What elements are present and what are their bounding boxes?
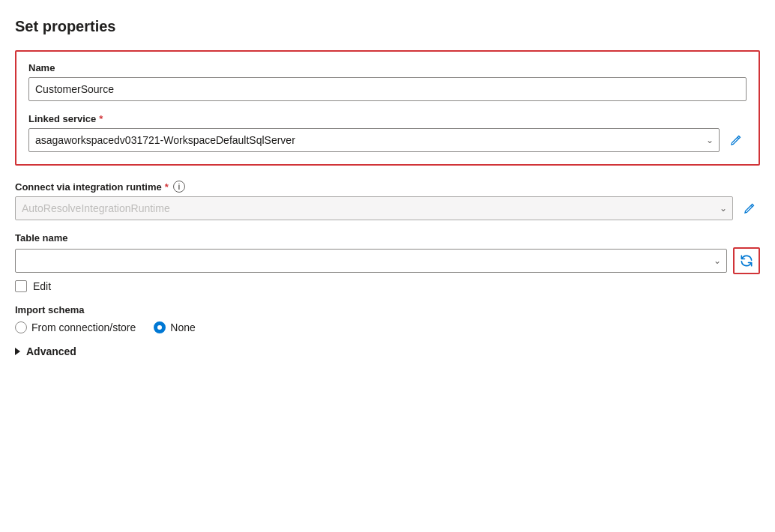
advanced-section[interactable]: Advanced (15, 345, 760, 357)
integration-runtime-required-star: * (165, 181, 169, 193)
info-icon: i (173, 181, 185, 193)
page-title: Set properties (15, 18, 760, 35)
linked-service-edit-button[interactable] (726, 130, 747, 151)
radio-option-none[interactable]: None (154, 321, 195, 333)
name-field-group: Name (28, 62, 747, 101)
advanced-label: Advanced (26, 345, 76, 357)
name-input[interactable] (28, 77, 747, 101)
table-name-row: ⌄ (15, 247, 760, 274)
table-name-refresh-button[interactable] (733, 247, 760, 274)
table-name-section: Table name ⌄ Edit (15, 232, 760, 292)
linked-service-row: asagaworkspacedv031721-WorkspaceDefaultS… (28, 128, 747, 152)
integration-runtime-row: AutoResolveIntegrationRuntime ⌄ (15, 196, 760, 220)
integration-runtime-dropdown[interactable]: AutoResolveIntegrationRuntime (15, 196, 733, 220)
radio-none[interactable] (154, 321, 166, 333)
linked-service-dropdown[interactable]: asagaworkspacedv031721-WorkspaceDefaultS… (28, 128, 720, 152)
linked-service-field-group: Linked service * asagaworkspacedv031721-… (28, 113, 747, 152)
integration-runtime-dropdown-wrapper: AutoResolveIntegrationRuntime ⌄ (15, 196, 733, 220)
required-star: * (99, 113, 103, 124)
integration-runtime-edit-button[interactable] (739, 198, 760, 219)
table-name-dropdown[interactable] (15, 249, 727, 273)
radio-none-label: None (170, 321, 195, 333)
edit-checkbox-label[interactable]: Edit (33, 280, 51, 292)
radio-connection[interactable] (15, 321, 27, 333)
import-schema-label: Import schema (15, 304, 760, 315)
edit-checkbox[interactable] (15, 280, 27, 292)
edit-checkbox-row: Edit (15, 280, 760, 292)
integration-runtime-label: Connect via integration runtime * i (15, 181, 760, 193)
table-name-label: Table name (15, 232, 760, 244)
integration-runtime-section: Connect via integration runtime * i Auto… (15, 181, 760, 220)
import-schema-radio-group: From connection/store None (15, 321, 760, 333)
table-name-dropdown-wrapper: ⌄ (15, 249, 727, 273)
pencil-icon (742, 201, 757, 216)
linked-service-label: Linked service * (28, 113, 747, 124)
radio-connection-label: From connection/store (31, 321, 136, 333)
linked-service-dropdown-wrapper: asagaworkspacedv031721-WorkspaceDefaultS… (28, 128, 720, 152)
refresh-icon (739, 253, 754, 268)
required-fields-section: Name Linked service * asagaworkspacedv03… (15, 50, 760, 166)
radio-option-connection[interactable]: From connection/store (15, 321, 136, 333)
name-label: Name (28, 62, 747, 73)
pencil-icon (729, 133, 744, 148)
import-schema-section: Import schema From connection/store None (15, 304, 760, 333)
chevron-right-icon (15, 348, 20, 355)
